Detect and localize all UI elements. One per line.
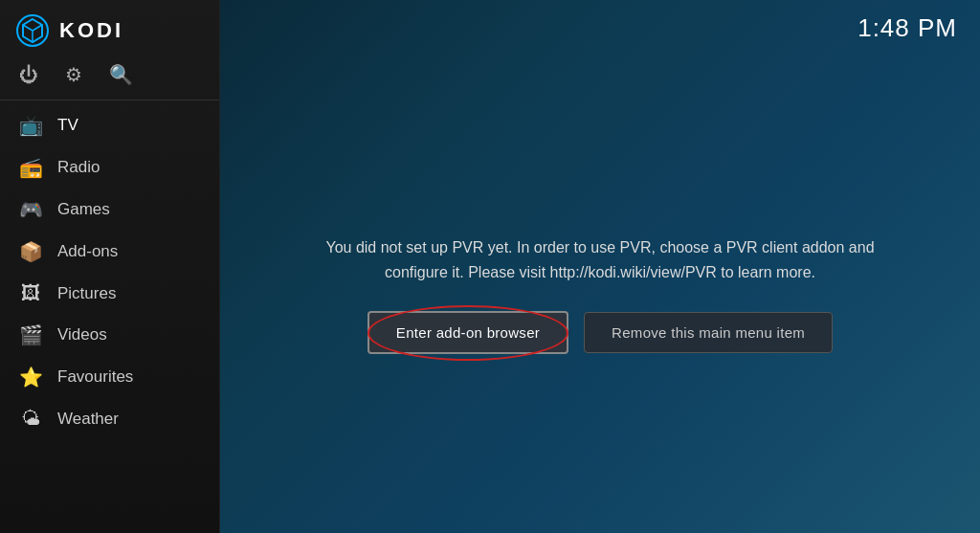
kodi-logo-icon — [15, 13, 50, 48]
sidebar-item-tv[interactable]: 📺 TV — [0, 104, 219, 146]
sidebar-item-tv-label: TV — [57, 116, 78, 135]
sidebar-item-addons-label: Add-ons — [57, 242, 118, 261]
sidebar-item-games-label: Games — [57, 200, 110, 219]
power-button[interactable]: ⏻ — [19, 64, 38, 86]
sidebar-item-pictures-label: Pictures — [57, 284, 116, 303]
app-title: KODI — [59, 18, 123, 43]
radio-icon: 📻 — [19, 156, 42, 179]
games-icon: 🎮 — [19, 198, 42, 221]
search-button[interactable]: 🔍 — [109, 63, 133, 86]
videos-icon: 🎬 — [19, 323, 42, 346]
sidebar-item-weather[interactable]: 🌤 Weather — [0, 398, 219, 439]
sidebar-item-favourites-label: Favourites — [57, 367, 133, 387]
settings-button[interactable]: ⚙ — [65, 63, 82, 86]
sidebar-item-videos[interactable]: 🎬 Videos — [0, 314, 219, 356]
weather-icon: 🌤 — [19, 408, 42, 430]
sidebar: KODI ⏻ ⚙ 🔍 📺 TV 📻 Radio 🎮 Games 📦 Add-on… — [0, 0, 220, 533]
sidebar-header: KODI — [0, 0, 219, 57]
main-content: 1:48 PM You did not set up PVR yet. In o… — [220, 0, 980, 533]
tv-icon: 📺 — [19, 114, 42, 137]
addons-icon: 📦 — [19, 240, 42, 263]
sidebar-item-pictures[interactable]: 🖼 Pictures — [0, 273, 219, 314]
clock-display: 1:48 PM — [858, 13, 957, 43]
button-row: Enter add-on browser Remove this main me… — [368, 311, 833, 354]
sidebar-item-radio-label: Radio — [57, 158, 100, 177]
sidebar-item-addons[interactable]: 📦 Add-ons — [0, 231, 219, 273]
sidebar-item-videos-label: Videos — [57, 325, 107, 344]
top-bar: 1:48 PM — [220, 0, 980, 56]
sidebar-divider — [0, 100, 219, 100]
remove-menu-item-button[interactable]: Remove this main menu item — [584, 312, 833, 353]
favourites-icon: ⭐ — [19, 366, 42, 389]
sidebar-icon-bar: ⏻ ⚙ 🔍 — [0, 57, 219, 100]
pvr-message: You did not set up PVR yet. In order to … — [313, 235, 887, 284]
sidebar-item-favourites[interactable]: ⭐ Favourites — [0, 356, 219, 398]
addon-button-wrapper: Enter add-on browser — [368, 311, 568, 354]
svg-line-2 — [23, 25, 33, 31]
pictures-icon: 🖼 — [19, 282, 42, 304]
sidebar-item-radio[interactable]: 📻 Radio — [0, 146, 219, 189]
svg-line-3 — [33, 25, 42, 31]
content-area: You did not set up PVR yet. In order to … — [220, 56, 980, 533]
sidebar-item-games[interactable]: 🎮 Games — [0, 189, 219, 231]
enter-addon-browser-button[interactable]: Enter add-on browser — [368, 311, 568, 354]
sidebar-item-weather-label: Weather — [57, 410, 119, 429]
